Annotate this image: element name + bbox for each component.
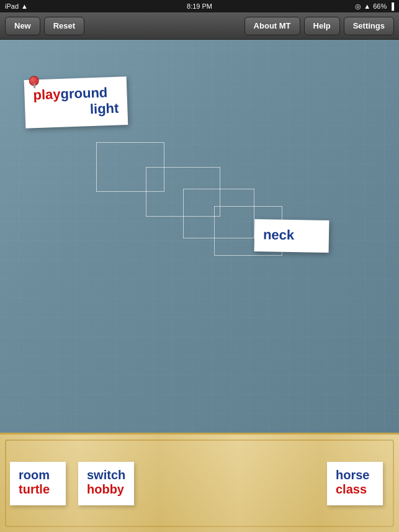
word-hobby: hobby xyxy=(87,482,125,497)
status-time: 8:19 PM xyxy=(187,2,212,10)
pushpin xyxy=(29,76,40,90)
word-room: room xyxy=(19,468,57,482)
tray-card-horse[interactable]: horse class xyxy=(327,462,383,505)
toolbar: New Reset About MT Help Settings xyxy=(0,12,399,40)
sticky-note-playground[interactable]: playground light xyxy=(24,76,128,128)
tray-card-switch[interactable]: switch hobby xyxy=(78,462,134,505)
battery-icon: ▐ xyxy=(389,2,394,10)
status-left: iPad ▲ xyxy=(5,2,28,10)
word-horse: horse xyxy=(336,468,374,482)
location-icon: ◎ xyxy=(355,2,361,11)
wifi-icon: ▲ xyxy=(21,2,28,10)
word-tray: room turtle switch hobby horse class xyxy=(0,433,399,532)
battery-label: 66% xyxy=(373,2,387,10)
status-right: ◎ ▲ 66% ▐ xyxy=(355,2,394,11)
word-light: light xyxy=(34,101,119,120)
tray-card-room[interactable]: room turtle xyxy=(10,462,66,505)
sticky-note-neck[interactable]: neck xyxy=(254,219,330,253)
settings-button[interactable]: Settings xyxy=(344,17,394,35)
help-button[interactable]: Help xyxy=(304,17,340,35)
word-class: class xyxy=(336,482,374,497)
device-label: iPad xyxy=(5,2,19,10)
main-canvas: playground light neck xyxy=(0,40,399,433)
word-playground: playground xyxy=(33,88,107,101)
word-turtle: turtle xyxy=(19,482,57,497)
word-ground: ground xyxy=(60,84,108,102)
new-button[interactable]: New xyxy=(5,17,40,35)
signal-icon: ▲ xyxy=(364,2,370,10)
word-switch: switch xyxy=(87,468,125,482)
about-button[interactable]: About MT xyxy=(244,17,300,35)
reset-button[interactable]: Reset xyxy=(44,17,84,35)
word-neck: neck xyxy=(263,227,320,244)
status-bar: iPad ▲ 8:19 PM ◎ ▲ 66% ▐ xyxy=(0,0,399,12)
